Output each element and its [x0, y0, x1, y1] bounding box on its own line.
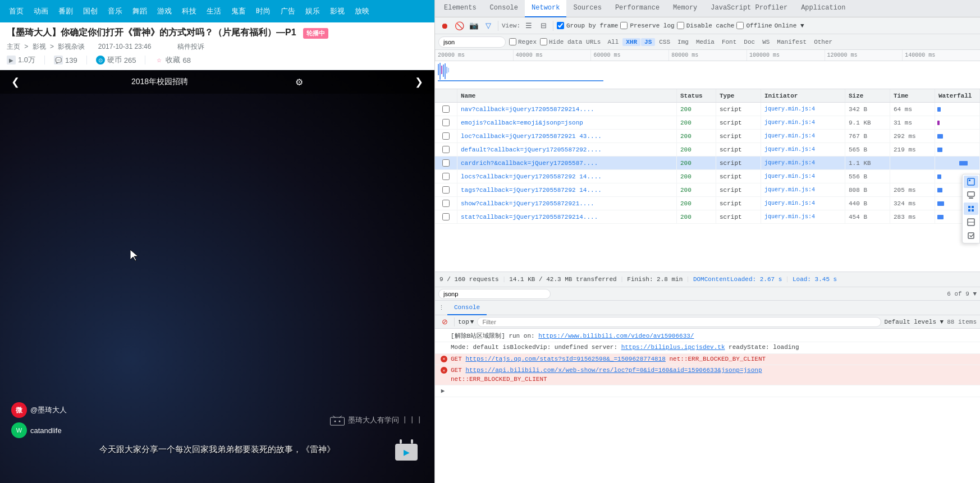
nav-original[interactable]: 国创 [79, 4, 102, 19]
prev-video-btn[interactable]: ❮ [7, 73, 24, 90]
filter-img[interactable]: Img [674, 38, 692, 46]
filter-font[interactable]: Font [718, 38, 740, 46]
row-checkbox-5[interactable] [435, 170, 457, 183]
table-row[interactable]: cardrich?&callback=jQuery17205587.... 20… [435, 157, 980, 170]
online-select[interactable]: Online ▼ [775, 22, 804, 29]
tab-js-profiler[interactable]: JavaScript Profiler [704, 0, 794, 17]
nav-dance[interactable]: 舞蹈 [128, 4, 152, 19]
tab-sources[interactable]: Sources [566, 0, 608, 17]
th-waterfall[interactable]: Waterfall [935, 89, 980, 102]
console-link-2[interactable]: https://tajs.qq.com/stats?sId=91562598&_… [465, 356, 665, 362]
next-video-btn[interactable]: ❯ [410, 73, 428, 90]
screenshot-btn-1[interactable] [964, 176, 978, 188]
report-link[interactable]: 稿件投诉 [177, 43, 204, 50]
regex-checkbox[interactable]: Regex [509, 38, 537, 45]
group-by-frame-checkbox[interactable]: Group by frame [557, 22, 618, 29]
tab-elements[interactable]: Elements [437, 0, 483, 17]
expand-arrow[interactable]: ▶ [441, 387, 445, 395]
camera-button[interactable]: 📷 [468, 20, 480, 32]
nav-fashion[interactable]: 时尚 [251, 4, 275, 19]
row-checkbox-8[interactable] [435, 210, 457, 223]
play-tv-button[interactable]: ▶ [395, 444, 418, 461]
tab-network[interactable]: Network [525, 0, 566, 17]
nav-game[interactable]: 游戏 [153, 4, 176, 19]
filter-xhr[interactable]: XHR [622, 38, 640, 46]
tab-memory[interactable]: Memory [666, 0, 704, 17]
th-size[interactable]: Size [845, 89, 890, 102]
filter-css[interactable]: CSS [656, 38, 674, 46]
nav-cinema[interactable]: 放映 [350, 4, 374, 19]
preserve-log-checkbox[interactable]: Preserve log [620, 22, 674, 29]
nav-ad[interactable]: 广告 [276, 4, 300, 19]
breadcrumb-category[interactable]: 影视杂谈 [58, 43, 85, 50]
filter-other[interactable]: Other [810, 38, 836, 46]
nav-entertainment[interactable]: 娱乐 [301, 4, 324, 19]
record-button[interactable]: ⏺ [438, 20, 451, 32]
console-clear-btn[interactable]: ⊘ [438, 316, 451, 328]
th-name[interactable]: Name [457, 89, 677, 102]
settings-icon[interactable]: ⚙ [295, 77, 303, 88]
row-checkbox-4[interactable] [435, 157, 457, 169]
breadcrumb-film[interactable]: 影视 [33, 43, 46, 50]
breadcrumb-home[interactable]: 主页 [7, 43, 20, 50]
filter-ws[interactable]: WS [759, 38, 773, 46]
row-checkbox-2[interactable] [435, 130, 457, 142]
table-row[interactable]: emojis?callback=emoji&jsonp=jsonp 200 sc… [435, 116, 980, 130]
screenshot-btn-4[interactable] [964, 216, 978, 228]
nav-ghost[interactable]: 鬼畜 [227, 4, 250, 19]
filter-media[interactable]: Media [693, 38, 718, 46]
hide-data-urls-checkbox[interactable]: Hide data URLs [540, 38, 601, 45]
table-row[interactable]: tags?callback=jQuery17205587292 14.... 2… [435, 183, 980, 197]
filter-input[interactable] [438, 36, 506, 48]
nav-tech[interactable]: 科技 [177, 4, 201, 19]
th-time[interactable]: Time [890, 89, 935, 102]
filter-js[interactable]: JS [641, 38, 655, 46]
timeline-graph[interactable] [435, 61, 980, 89]
nav-drama[interactable]: 番剧 [54, 4, 77, 19]
video-main[interactable]: 微 @墨琦大人 W catandlife [0, 94, 434, 483]
tab-console[interactable]: Console [483, 0, 525, 17]
disable-cache-checkbox[interactable]: Disable cache [677, 22, 735, 29]
table-row[interactable]: nav?callback=jQuery1720558729214.... 200… [435, 103, 980, 116]
nav-animation[interactable]: 动画 [29, 4, 53, 19]
console-link-0[interactable]: https://www.bilibili.com/video/av1590663… [538, 333, 694, 339]
filter-manifest[interactable]: Manifest [773, 38, 810, 46]
stop-button[interactable]: 🚫 [453, 20, 465, 32]
console-filter-input[interactable] [477, 317, 881, 327]
list-view-btn[interactable]: ☰ [523, 20, 535, 32]
table-row[interactable]: loc?callback=jQuery172055872921 43.... 2… [435, 130, 980, 143]
filter-button[interactable]: ▽ [482, 20, 494, 32]
console-menu-btn[interactable]: ⋮ [435, 302, 447, 314]
th-status[interactable]: Status [677, 89, 716, 102]
video-area[interactable]: ❮ 2018年校园招聘 ⚙ ❯ 微 [0, 70, 434, 483]
nav-life[interactable]: 生活 [202, 4, 226, 19]
screenshot-btn-3[interactable] [964, 203, 978, 215]
row-checkbox-1[interactable] [435, 116, 457, 129]
offline-checkbox[interactable]: Offline [736, 22, 772, 29]
th-initiator[interactable]: Initiator [761, 89, 845, 102]
table-row[interactable]: default?callback=jQuery17205587292.... 2… [435, 143, 980, 157]
row-checkbox-7[interactable] [435, 197, 457, 210]
tab-console-bottom[interactable]: Console [447, 301, 487, 315]
tab-performance[interactable]: Performance [608, 0, 666, 17]
filter-all[interactable]: All [604, 38, 622, 46]
bottom-filter-input[interactable] [438, 289, 551, 299]
table-row[interactable]: locs?callback=jQuery17205587292 14.... 2… [435, 170, 980, 183]
console-link-1[interactable]: https://biliplus.ipcjsdev.tk [621, 344, 725, 351]
large-view-btn[interactable]: ⊟ [537, 20, 549, 32]
console-link-3[interactable]: https://api.bilibili.com/x/web-show/res/… [465, 367, 762, 374]
table-row[interactable]: show?callback=jQuery172055872921.... 200… [435, 197, 980, 210]
nav-home[interactable]: 首页 [4, 4, 28, 19]
nav-film[interactable]: 影视 [326, 4, 349, 19]
network-table[interactable]: Name Status Type Initiator Size Time Wat… [435, 89, 980, 272]
table-row[interactable]: stat?callback=jQuery1720558729214.... 20… [435, 210, 980, 224]
screenshot-btn-5[interactable] [964, 229, 978, 242]
screenshot-btn-2[interactable] [964, 189, 978, 201]
nav-music[interactable]: 音乐 [103, 4, 127, 19]
th-type[interactable]: Type [716, 89, 761, 102]
row-checkbox-6[interactable] [435, 183, 457, 196]
filter-doc[interactable]: Doc [740, 38, 758, 46]
row-checkbox-0[interactable] [435, 103, 457, 116]
row-checkbox-3[interactable] [435, 143, 457, 156]
console-context-select[interactable]: top ▼ [458, 319, 474, 325]
